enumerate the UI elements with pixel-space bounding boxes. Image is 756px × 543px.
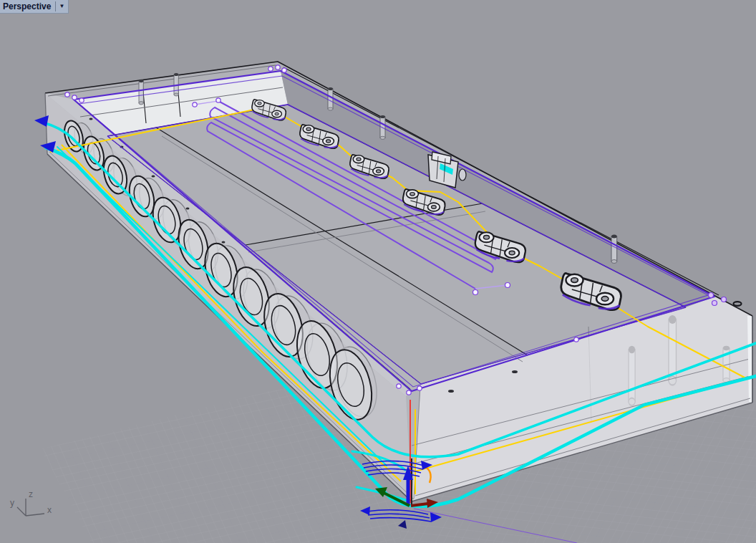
viewport-title-button[interactable]: Perspective ▼ [0,0,69,14]
viewport-canvas[interactable]: z y x [0,0,756,543]
axis-z-label: z [29,489,33,499]
axis-x-label: x [47,505,52,515]
viewport-3d-scene: z y x [0,0,756,543]
viewport-title[interactable]: Perspective [3,1,51,11]
viewport-title-separator [55,1,56,11]
viewport-menu-arrow-icon[interactable]: ▼ [59,4,66,9]
axis-y-label: y [10,498,14,508]
